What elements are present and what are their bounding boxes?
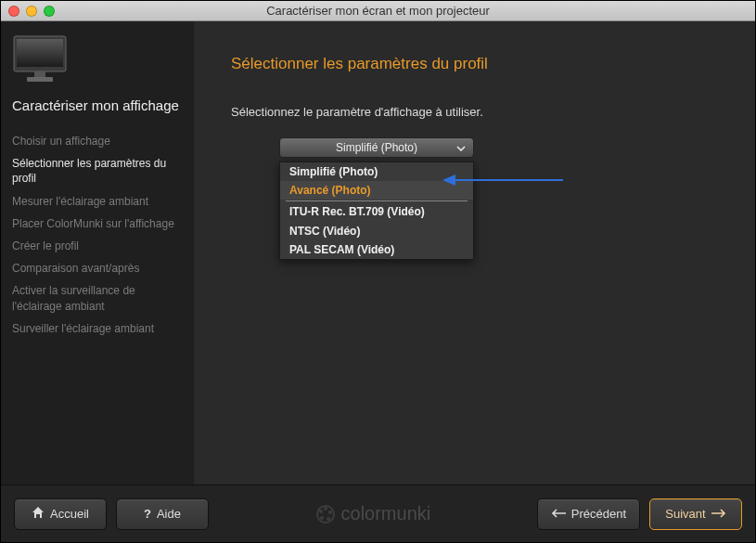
prev-button[interactable]: Précédent — [537, 498, 640, 530]
window-title: Caractériser mon écran et mon projecteur — [1, 4, 755, 18]
sidebar: Caractériser mon affichage Choisir un af… — [1, 21, 194, 485]
svg-point-10 — [320, 516, 324, 520]
arrow-right-icon — [711, 507, 726, 521]
arrow-left-icon — [551, 507, 566, 521]
monitor-icon — [12, 34, 183, 84]
step-compare[interactable]: Comparaison avant/après — [12, 257, 183, 279]
step-measure-ambient[interactable]: Mesurer l'éclairage ambiant — [12, 190, 183, 213]
step-profile-params[interactable]: Sélectionner les paramètres du profil — [12, 152, 183, 189]
next-button[interactable]: Suivant — [649, 498, 742, 530]
svg-rect-3 — [27, 77, 53, 82]
option-pal-secam-video[interactable]: PAL SECAM (Vidéo) — [280, 240, 473, 259]
window-body: Caractériser mon affichage Choisir un af… — [1, 21, 755, 485]
footer-bar: Accueil ? Aide colormunki — [1, 485, 755, 542]
app-window: Caractériser mon écran et mon projecteur — [0, 0, 756, 543]
profile-dropdown-list: Simplifié (Photo) Avancé (Photo) ITU-R R… — [279, 162, 474, 260]
brand-icon — [315, 504, 336, 524]
page-heading: Sélectionner les paramètres du profil — [231, 55, 727, 73]
dropdown-separator — [286, 200, 468, 201]
option-simplified-photo[interactable]: Simplifié (Photo) — [280, 162, 473, 181]
traffic-lights — [8, 6, 55, 17]
main-panel: Sélectionner les paramètres du profil Sé… — [194, 21, 755, 485]
svg-rect-2 — [34, 71, 45, 77]
profile-dropdown: Simplifié (Photo) Simplifié (Photo) Avan… — [279, 137, 474, 260]
footer-brand-area: colormunki — [218, 503, 528, 524]
prev-button-label: Précédent — [571, 507, 626, 521]
profile-dropdown-button[interactable]: Simplifié (Photo) — [279, 137, 474, 158]
option-itu-video[interactable]: ITU-R Rec. BT.709 (Vidéo) — [280, 202, 473, 221]
next-button-label: Suivant — [665, 507, 705, 521]
profile-dropdown-selected: Simplifié (Photo) — [336, 141, 417, 154]
home-button-label: Accueil — [50, 507, 89, 521]
help-icon: ? — [144, 507, 151, 521]
svg-point-8 — [328, 511, 332, 514]
help-button[interactable]: ? Aide — [116, 498, 209, 530]
option-advanced-photo[interactable]: Avancé (Photo) — [280, 181, 473, 200]
svg-point-11 — [319, 510, 323, 513]
page-instruction: Sélectionnez le paramètre d'affichage à … — [231, 105, 727, 119]
step-create-profile[interactable]: Créer le profil — [12, 235, 183, 257]
brand-logo: colormunki — [315, 503, 431, 524]
title-bar: Caractériser mon écran et mon projecteur — [1, 1, 755, 21]
help-button-label: Aide — [157, 507, 181, 521]
option-ntsc-video[interactable]: NTSC (Vidéo) — [280, 222, 473, 240]
svg-point-9 — [327, 517, 330, 521]
sidebar-title: Caractériser mon affichage — [12, 97, 183, 113]
minimize-icon[interactable] — [26, 6, 37, 17]
home-button[interactable]: Accueil — [14, 498, 107, 530]
step-choose-display[interactable]: Choisir un affichage — [12, 130, 183, 152]
svg-rect-1 — [17, 39, 63, 67]
chevron-down-icon — [456, 141, 466, 154]
step-list: Choisir un affichage Sélectionner les pa… — [12, 130, 183, 340]
step-enable-ambient[interactable]: Activer la surveillance de l'éclairage a… — [12, 279, 183, 317]
brand-label: colormunki — [341, 503, 431, 524]
maximize-icon[interactable] — [44, 6, 55, 17]
close-icon[interactable] — [8, 6, 19, 17]
step-place-device[interactable]: Placer ColorMunki sur l'affichage — [12, 213, 183, 235]
home-icon — [32, 506, 45, 522]
svg-point-7 — [324, 507, 327, 511]
step-monitor-ambient[interactable]: Surveiller l'éclairage ambiant — [12, 317, 183, 340]
